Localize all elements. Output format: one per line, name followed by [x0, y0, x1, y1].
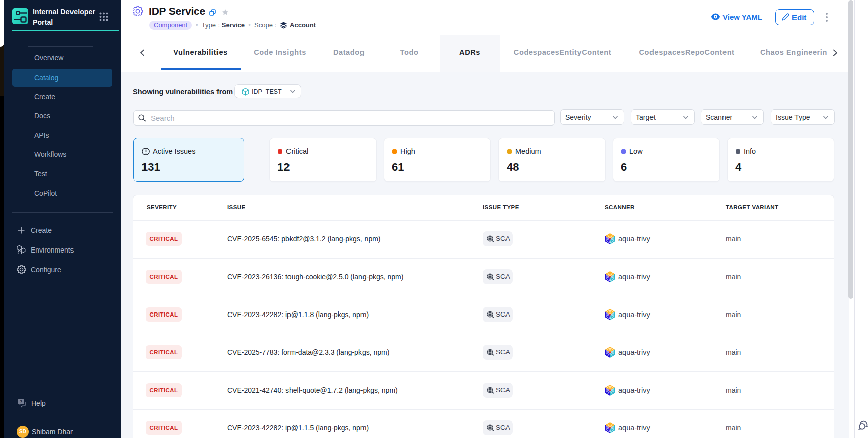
svg-text:?: ?	[20, 399, 22, 404]
